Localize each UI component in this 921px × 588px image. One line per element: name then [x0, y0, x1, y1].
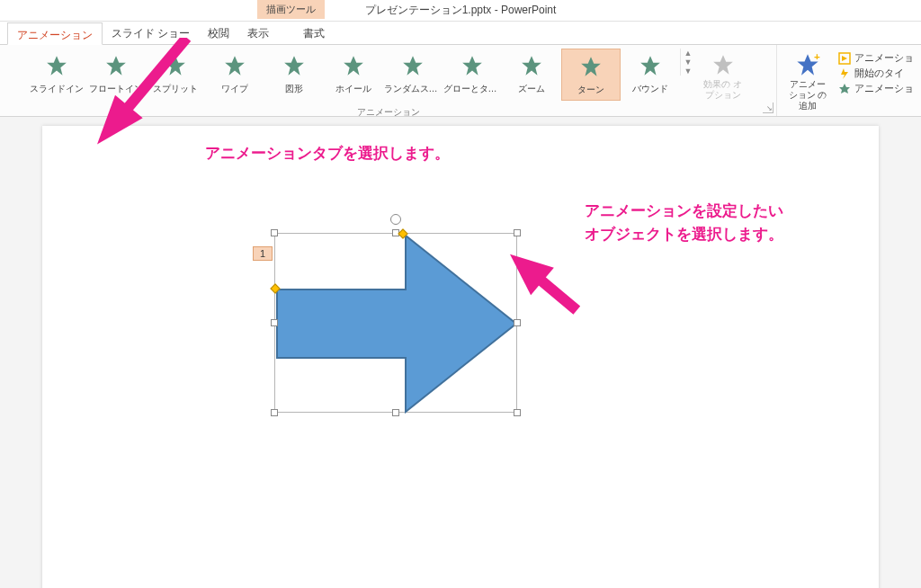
svg-marker-16	[841, 68, 848, 79]
anim-label: ズーム	[518, 83, 545, 95]
svg-marker-11	[713, 55, 733, 75]
document-title: プレゼンテーション1.pptx - PowerPoint	[365, 3, 557, 18]
anim-wheel[interactable]: ホイール	[324, 49, 383, 99]
painter-label: アニメーショ	[854, 82, 914, 95]
star-icon	[340, 52, 367, 79]
svg-marker-9	[581, 57, 601, 76]
trigger-label: 開始のタイ	[854, 67, 904, 80]
svg-marker-15	[842, 56, 847, 61]
add-star-icon: +	[795, 52, 820, 77]
anim-turn[interactable]: ターン	[561, 49, 621, 101]
tab-view[interactable]: 表示	[238, 22, 278, 44]
svg-marker-4	[284, 56, 304, 76]
effect-options-button[interactable]: 効果の オプション	[696, 49, 750, 104]
callout-tab-note: アニメーションタブを選択します。	[205, 142, 450, 165]
star-icon	[459, 52, 486, 79]
gallery-scroll: ▲ ▼ ▼	[680, 49, 696, 76]
svg-marker-6	[403, 56, 423, 76]
slide[interactable]: 1	[42, 126, 879, 588]
pane-icon	[838, 52, 851, 65]
anim-label: ワイプ	[221, 83, 248, 95]
rotate-handle[interactable]	[390, 214, 401, 225]
svg-text:+: +	[814, 52, 820, 62]
svg-rect-19	[119, 38, 191, 117]
star-icon	[577, 53, 604, 80]
svg-marker-10	[640, 56, 660, 76]
resize-handle[interactable]	[271, 229, 278, 236]
painter-icon	[838, 83, 851, 95]
anim-grow-turn[interactable]: グローとターン	[443, 49, 502, 99]
callout-arrow-icon	[493, 232, 592, 334]
tab-format[interactable]: 書式	[294, 22, 334, 44]
animation-painter-button[interactable]: アニメーショ	[835, 81, 917, 96]
callout-object-note: アニメーションを設定したい オブジェクトを選択します。	[585, 200, 783, 245]
callout-line: アニメーションを設定したい	[585, 200, 783, 223]
gallery-up-icon[interactable]: ▲	[681, 49, 696, 58]
ribbon-group-advanced: + アニメーション の追加 アニメーショ 開始のタイ アニメーショ アニメーショ…	[777, 45, 921, 116]
anim-label: 図形	[285, 83, 303, 95]
anim-label: バウンド	[632, 83, 668, 95]
anim-label: ホイール	[335, 83, 371, 95]
animation-order-tag[interactable]: 1	[253, 246, 273, 261]
star-icon	[399, 52, 426, 79]
pane-label: アニメーショ	[854, 51, 914, 65]
slide-canvas: 1	[0, 117, 921, 588]
trigger-icon	[838, 67, 851, 80]
anim-label: グローとターン	[443, 83, 501, 95]
animation-pane-button[interactable]: アニメーショ	[835, 50, 917, 66]
effect-options-label: 効果の オプション	[702, 79, 745, 101]
arrow-shape[interactable]	[275, 234, 518, 414]
contextual-tab-label: 描画ツール	[257, 0, 325, 19]
resize-handle[interactable]	[392, 409, 399, 416]
star-icon	[221, 52, 248, 79]
add-animation-label: アニメーション の追加	[786, 79, 829, 111]
gallery-down-icon[interactable]: ▼	[681, 58, 696, 67]
callout-line: オブジェクトを選択します。	[585, 223, 783, 246]
selected-shape-bounding-box[interactable]	[274, 233, 517, 413]
svg-marker-18	[277, 236, 516, 412]
callout-arrow-icon	[61, 38, 214, 157]
star-icon	[518, 52, 545, 79]
anim-label: ランダムスト…	[384, 83, 442, 95]
anim-label: ターン	[577, 84, 604, 96]
svg-marker-3	[225, 56, 245, 76]
anim-shape[interactable]: 図形	[264, 49, 324, 99]
svg-marker-5	[344, 56, 363, 76]
anim-zoom[interactable]: ズーム	[502, 49, 561, 99]
gallery-more-icon[interactable]: ▼	[681, 67, 696, 76]
dialog-launcher-icon[interactable]: ↘	[763, 102, 773, 113]
star-icon	[637, 52, 664, 79]
star-icon	[711, 52, 736, 77]
resize-handle[interactable]	[271, 409, 278, 416]
anim-bounce[interactable]: バウンド	[621, 49, 680, 99]
star-icon	[281, 52, 308, 79]
anim-random-bars[interactable]: ランダムスト…	[383, 49, 443, 99]
svg-marker-7	[462, 56, 482, 76]
title-bar: 描画ツール プレゼンテーション1.pptx - PowerPoint	[0, 0, 921, 22]
resize-handle[interactable]	[271, 319, 278, 326]
svg-marker-8	[522, 56, 541, 76]
add-animation-button[interactable]: + アニメーション の追加	[781, 49, 835, 115]
trigger-button[interactable]: 開始のタイ	[835, 66, 917, 81]
svg-marker-17	[839, 84, 850, 94]
resize-handle[interactable]	[514, 409, 521, 416]
